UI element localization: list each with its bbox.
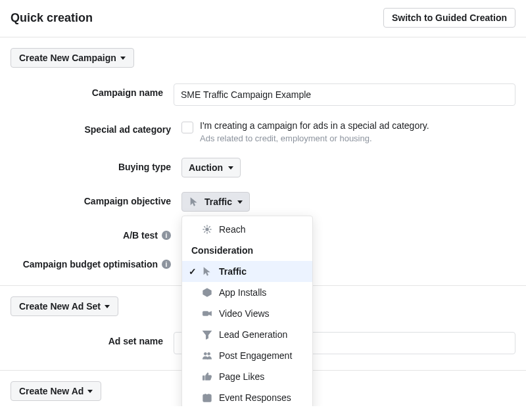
calendar-icon <box>202 392 212 403</box>
objective-option-event-responses[interactable]: Event Responses <box>182 387 312 406</box>
objective-option-page-likes[interactable]: Page Likes <box>182 366 312 387</box>
switch-to-guided-label: Switch to Guided Creation <box>392 12 507 23</box>
objective-option-traffic-label: Traffic <box>219 266 247 277</box>
cursor-icon <box>202 266 212 277</box>
svg-line-7 <box>204 231 205 233</box>
page-header: Quick creation Switch to Guided Creation <box>0 0 526 37</box>
campaign-objective-select[interactable]: Traffic <box>181 192 250 212</box>
caret-down-icon <box>237 200 243 204</box>
campaign-name-input[interactable] <box>174 83 515 106</box>
buying-type-select[interactable]: Auction <box>181 158 241 177</box>
special-ad-category-row: Special ad category I'm creating a campa… <box>11 120 515 143</box>
special-ad-category-label: Special ad category <box>11 120 181 135</box>
budget-optimisation-label: Campaign budget optimisation <box>23 259 158 269</box>
svg-point-0 <box>206 228 208 231</box>
caret-down-icon <box>120 57 126 60</box>
campaign-name-label: Campaign name <box>11 83 174 98</box>
campaign-objective-menu: Reach Consideration Traffic App Installs <box>181 216 313 406</box>
cursor-icon <box>189 197 199 207</box>
buying-type-value: Auction <box>189 162 223 173</box>
create-new-adset-label: Create New Ad Set <box>19 301 101 312</box>
campaign-section: Create New Campaign Campaign name Specia… <box>0 37 526 285</box>
create-new-ad-button[interactable]: Create New Ad <box>11 381 101 401</box>
info-icon[interactable]: i <box>162 231 171 240</box>
objective-option-post-engagement[interactable]: Post Engagement <box>182 345 312 366</box>
page-title: Quick creation <box>11 11 93 25</box>
objective-option-video-views[interactable]: Video Views <box>182 303 312 324</box>
objective-option-reach[interactable]: Reach <box>182 219 312 240</box>
caret-down-icon <box>228 166 233 170</box>
objective-option-app-installs-label: App Installs <box>219 287 266 298</box>
objective-option-post-engagement-label: Post Engagement <box>219 350 292 361</box>
special-ad-category-text: I'm creating a campaign for ads in a spe… <box>200 120 429 131</box>
buying-type-label: Buying type <box>11 158 181 172</box>
funnel-icon <box>202 329 212 340</box>
campaign-objective-label: Campaign objective <box>11 192 181 206</box>
create-new-campaign-button[interactable]: Create New Campaign <box>11 48 134 68</box>
objective-option-traffic[interactable]: Traffic <box>182 261 312 282</box>
svg-line-6 <box>209 231 210 233</box>
campaign-name-row: Campaign name <box>11 83 515 106</box>
svg-rect-13 <box>203 394 211 402</box>
buying-type-row: Buying type Auction <box>11 158 515 177</box>
campaign-objective-row: Campaign objective Traffic Reach Conside… <box>11 192 515 212</box>
box-icon <box>202 287 212 298</box>
thumbs-up-icon <box>202 371 212 382</box>
svg-rect-10 <box>203 312 208 316</box>
ab-test-label: A/B test <box>123 230 158 241</box>
create-new-campaign-label: Create New Campaign <box>19 53 116 63</box>
objective-option-lead-generation-label: Lead Generation <box>219 329 287 340</box>
svg-point-12 <box>208 352 210 355</box>
switch-to-guided-button[interactable]: Switch to Guided Creation <box>383 8 515 28</box>
objective-heading-consideration: Consideration <box>182 240 312 261</box>
caret-down-icon <box>87 390 93 393</box>
info-icon[interactable]: i <box>162 260 171 269</box>
objective-option-reach-label: Reach <box>219 224 245 235</box>
svg-line-8 <box>209 226 210 227</box>
campaign-objective-value: Traffic <box>204 197 232 207</box>
people-icon <box>202 350 212 361</box>
create-new-adset-button[interactable]: Create New Ad Set <box>11 296 118 316</box>
create-new-ad-label: Create New Ad <box>19 386 84 396</box>
objective-option-lead-generation[interactable]: Lead Generation <box>182 324 312 345</box>
reach-icon <box>202 224 212 235</box>
caret-down-icon <box>105 305 110 308</box>
video-icon <box>202 308 212 319</box>
objective-option-page-likes-label: Page Likes <box>219 371 264 382</box>
objective-option-app-installs[interactable]: App Installs <box>182 282 312 303</box>
objective-option-video-views-label: Video Views <box>219 308 270 319</box>
svg-line-5 <box>204 226 205 227</box>
objective-option-event-responses-label: Event Responses <box>219 392 291 403</box>
special-ad-category-checkbox[interactable] <box>181 122 193 133</box>
special-ad-category-help: Ads related to credit, employment or hou… <box>200 133 429 143</box>
adset-name-label: Ad set name <box>11 332 174 346</box>
svg-point-11 <box>204 352 206 355</box>
